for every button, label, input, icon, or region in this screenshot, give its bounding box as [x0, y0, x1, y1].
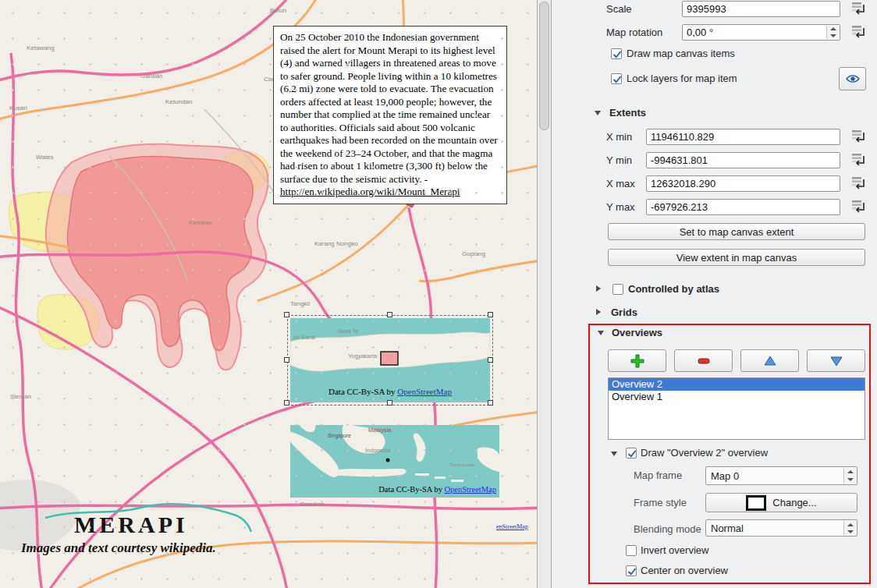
inset-region-label: Malaysia — [368, 427, 392, 434]
overviews-list[interactable]: Overview 2 Overview 1 — [608, 377, 865, 440]
map-subtitle-item[interactable]: Images and text courtesy wikipedia. — [21, 540, 216, 556]
map-place-label: Goplang — [462, 250, 485, 257]
center-on-overview-checkbox[interactable] — [626, 565, 637, 576]
controlled-by-atlas-label: Controlled by atlas — [628, 283, 719, 295]
scale-input[interactable]: 9395993 — [682, 1, 840, 17]
selection-handle[interactable] — [387, 312, 392, 317]
selection-handle[interactable] — [488, 400, 493, 406]
minus-icon — [697, 354, 711, 368]
list-item[interactable]: Overview 1 — [609, 391, 865, 403]
map-place-label: Cucukan — [300, 501, 325, 508]
inset-region-label: Singapore — [328, 433, 351, 438]
add-overview-button[interactable] — [608, 349, 666, 372]
ymax-input[interactable]: -697926.213 — [646, 199, 840, 215]
list-item[interactable]: Overview 2 — [609, 378, 865, 391]
frame-style-label: Frame style — [634, 497, 687, 508]
blending-mode-combobox[interactable]: Normal — [705, 519, 857, 537]
openstreetmap-link[interactable]: OpenStreetMap — [445, 485, 496, 494]
view-extent-in-map-canvas-button[interactable]: View extent in map canvas — [608, 249, 865, 266]
selection-handle[interactable] — [284, 312, 289, 317]
inset-region-label: Yogyakarta — [348, 352, 377, 360]
layer-visibility-preset-button[interactable] — [839, 67, 866, 90]
map-title-item[interactable]: MERAPI — [74, 512, 188, 538]
check-icon — [612, 49, 623, 60]
selection-handle[interactable] — [387, 400, 392, 406]
invert-overview-label: Invert overview — [641, 544, 708, 556]
ymin-label: Y min — [606, 154, 632, 166]
data-defined-override-icon[interactable] — [850, 199, 867, 214]
overviews-collapse-icon[interactable] — [598, 331, 604, 335]
inset-region-label: Timor-Leste — [449, 462, 474, 467]
overviews-title: Overviews — [612, 327, 662, 338]
data-defined-override-icon[interactable] — [850, 175, 867, 191]
combo-arrows-icon[interactable] — [843, 521, 856, 535]
data-defined-override-icon[interactable] — [850, 1, 867, 16]
xmin-label: X min — [606, 131, 632, 143]
map-rotation-spinbox[interactable]: 0,00 ° — [682, 24, 840, 41]
data-defined-override-icon[interactable] — [850, 152, 867, 168]
map-attribution: Data CC-By-SA by OpenStreetMap — [378, 485, 496, 494]
map-frame-label: Map frame — [634, 469, 682, 481]
annotation-text: On 25 October 2010 the Indonesian govern… — [280, 31, 498, 185]
eye-icon — [845, 73, 861, 85]
annotation-text-item[interactable]: On 25 October 2010 the Indonesian govern… — [273, 26, 507, 204]
overview-map-item-1[interactable]: va Barat Jawa Te Yogyakarta Data CC-By-S… — [290, 318, 490, 402]
grids-collapse-icon[interactable] — [596, 309, 601, 315]
move-overview-up-button[interactable] — [740, 349, 799, 372]
check-icon — [612, 74, 623, 85]
grids-title: Grids — [611, 306, 637, 318]
remove-overview-button[interactable] — [674, 349, 733, 372]
data-defined-override-icon[interactable] — [850, 24, 867, 40]
controlled-by-atlas-checkbox[interactable] — [612, 284, 623, 295]
draw-map-canvas-items-label: Draw map canvas items — [627, 48, 735, 59]
map-frame-combobox[interactable]: Map 0 — [705, 466, 857, 485]
openstreetmap-link[interactable]: OpenStreetMap — [397, 387, 452, 396]
location-dot — [386, 459, 390, 462]
selection-handle[interactable] — [488, 312, 493, 317]
data-defined-override-icon[interactable] — [850, 129, 867, 144]
center-on-overview-label: Center on overview — [641, 565, 728, 576]
ymax-label: Y max — [606, 201, 635, 213]
plus-icon — [630, 354, 644, 368]
map-attribution: Data CC-By-SA by OpenStreetMap — [290, 387, 490, 396]
frame-style-change-button[interactable]: Change... — [705, 493, 857, 512]
extents-collapse-icon[interactable] — [595, 111, 601, 115]
draw-overview-checkbox[interactable] — [626, 448, 637, 459]
map-place-label: Sleman — [10, 393, 31, 400]
xmin-input[interactable]: 11946110.829 — [646, 129, 840, 145]
extents-title: Extents — [609, 107, 646, 119]
lock-layers-checkbox[interactable] — [611, 73, 622, 84]
map-canvas[interactable]: Butuh Kusari Ketawang Gardian Candiwan K… — [0, 0, 537, 588]
inset-region-label: Jawa Te — [337, 328, 358, 335]
inset-region-label: va Barat — [293, 334, 315, 341]
overview-map-item-2[interactable]: Singapore Malaysia Indonesia Timor-Leste… — [290, 425, 499, 498]
combo-arrows-icon[interactable] — [843, 468, 856, 484]
move-overview-down-button[interactable] — [807, 349, 865, 372]
map-place-label: Ketundan — [165, 98, 192, 105]
invert-overview-checkbox[interactable] — [626, 545, 637, 556]
selection-handle[interactable] — [488, 357, 493, 363]
set-to-map-canvas-extent-button[interactable]: Set to map canvas extent — [608, 223, 865, 240]
canvas-vertical-scrollbar[interactable] — [537, 0, 552, 588]
attribution-fragment: enStreetMap — [496, 523, 528, 530]
blending-mode-label: Blending mode — [634, 523, 701, 535]
xmax-input[interactable]: 12632018.290 — [646, 175, 840, 192]
inset-region-label: Indonesia — [365, 447, 391, 454]
overview-extent-rectangle — [381, 352, 398, 365]
annotation-url: http://en.wikipedia.org/wiki/Mount_Merap… — [280, 186, 460, 197]
draw-overview-collapse-icon[interactable] — [611, 452, 617, 456]
spinbox-arrows-icon[interactable] — [826, 26, 839, 39]
selection-handle[interactable] — [284, 357, 289, 363]
draw-map-canvas-items-checkbox[interactable] — [611, 48, 622, 59]
scrollbar-thumb[interactable] — [539, 2, 549, 130]
selection-handle[interactable] — [284, 400, 289, 406]
map-place-label: Karang Nongko — [314, 240, 358, 247]
map-place-label: Wates — [36, 154, 53, 161]
item-properties-panel: Scale 9395993 Map rotation 0,00 ° Draw m… — [552, 0, 877, 588]
ymin-input[interactable]: -994631.801 — [646, 152, 840, 168]
map-place-label: Tangkil — [290, 300, 310, 307]
atlas-collapse-icon[interactable] — [596, 285, 601, 292]
frame-style-swatch — [746, 495, 766, 511]
arrow-down-icon — [829, 355, 843, 367]
map-place-label: Kusari — [9, 104, 27, 112]
